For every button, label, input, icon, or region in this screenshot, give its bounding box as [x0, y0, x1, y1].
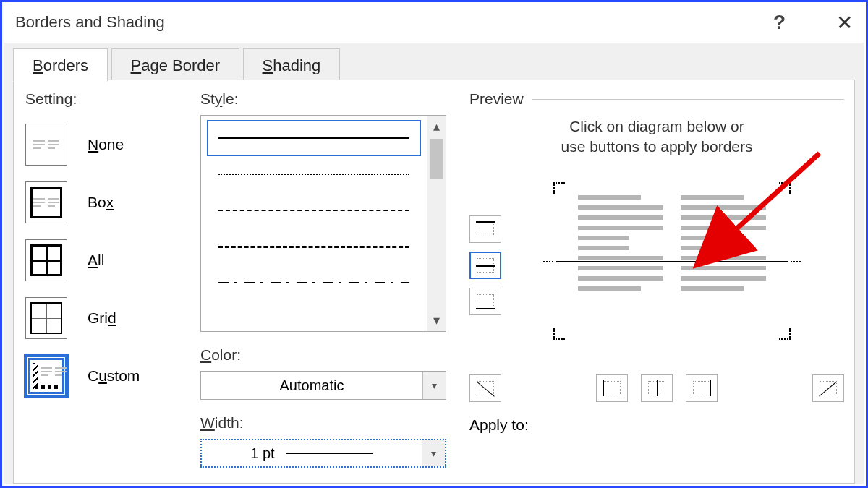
setting-option-box[interactable]: Box: [25, 181, 192, 223]
setting-all-icon: [25, 239, 67, 281]
border-right-button[interactable]: [686, 374, 718, 402]
border-diag-down-button[interactable]: [469, 374, 501, 402]
setting-option-none[interactable]: None: [25, 124, 192, 166]
color-section: Color: Automatic ▾: [200, 346, 446, 400]
preview-diagram[interactable]: [556, 185, 788, 337]
border-inside-h-button[interactable]: [469, 252, 501, 279]
style-section: Style: ▴ ▾: [200, 90, 446, 468]
style-option-solid[interactable]: [207, 120, 421, 156]
setting-option-custom[interactable]: Custom: [25, 355, 192, 397]
setting-option-all[interactable]: All: [25, 239, 192, 281]
border-inside-v-button[interactable]: [641, 374, 673, 402]
chevron-down-icon[interactable]: ▾: [422, 372, 446, 399]
tab-shading[interactable]: Shading: [243, 48, 341, 82]
titlebar: Borders and Shading ? ✕: [2, 2, 866, 43]
setting-grid-label: Grid: [88, 309, 116, 327]
style-scrollbar[interactable]: ▴ ▾: [427, 116, 446, 331]
preview-area: Apply to:: [469, 172, 844, 353]
style-listbox[interactable]: ▴ ▾: [200, 115, 446, 332]
border-bottom-button[interactable]: [469, 288, 501, 315]
window-title: Borders and Shading: [15, 13, 165, 32]
chevron-down-icon[interactable]: ▾: [422, 440, 445, 466]
scroll-down-icon[interactable]: ▾: [433, 309, 440, 331]
scroll-up-icon[interactable]: ▴: [433, 116, 440, 137]
close-button[interactable]: ✕: [836, 11, 853, 35]
border-diag-up-button[interactable]: [812, 374, 844, 402]
setting-all-label: All: [88, 252, 104, 269]
preview-side-buttons: [469, 215, 501, 315]
style-option-dotted[interactable]: [207, 156, 421, 192]
tab-page-border[interactable]: Page Border: [111, 48, 240, 82]
scroll-thumb[interactable]: [430, 139, 443, 179]
setting-box-label: Box: [88, 194, 114, 211]
preview-bottom-buttons: [469, 374, 844, 402]
setting-none-label: None: [88, 136, 124, 153]
setting-none-icon: [25, 124, 67, 166]
style-label: Style:: [200, 90, 446, 108]
tab-panel: Setting: None Box: [13, 80, 855, 484]
style-option-dashed-fine[interactable]: [207, 192, 421, 228]
setting-label: Setting:: [25, 90, 192, 108]
style-option-dashed[interactable]: [207, 228, 421, 265]
color-value: Automatic: [201, 377, 422, 394]
preview-section: Preview Click on diagram below or use bu…: [469, 90, 844, 353]
preview-hint: Click on diagram below or use buttons to…: [469, 116, 844, 158]
apply-to-label: Apply to:: [469, 416, 529, 434]
color-combobox[interactable]: Automatic ▾: [200, 371, 446, 400]
color-label: Color:: [200, 346, 446, 364]
border-left-button[interactable]: [596, 374, 628, 402]
tab-borders[interactable]: Borders: [13, 48, 108, 82]
setting-section: Setting: None Box: [25, 90, 192, 397]
width-value: 1 pt: [202, 445, 422, 462]
width-label: Width:: [200, 414, 446, 432]
preview-label: Preview: [469, 90, 524, 108]
setting-box-icon: [25, 181, 67, 223]
width-combobox[interactable]: 1 pt ▾: [200, 439, 446, 468]
help-button[interactable]: ?: [773, 11, 786, 34]
setting-custom-icon: [25, 355, 67, 397]
width-section: Width: 1 pt ▾: [200, 414, 446, 468]
style-option-dash-dot[interactable]: [207, 265, 421, 301]
client-area: Borders Page Border Shading Setting: Non…: [4, 43, 864, 484]
border-top-button[interactable]: [469, 215, 501, 243]
setting-grid-icon: [25, 297, 67, 339]
dialog-window: Borders and Shading ? ✕ Borders Page Bor…: [0, 0, 868, 488]
setting-option-grid[interactable]: Grid: [25, 297, 192, 339]
setting-custom-label: Custom: [88, 367, 140, 385]
tab-strip: Borders Page Border Shading: [4, 43, 864, 79]
